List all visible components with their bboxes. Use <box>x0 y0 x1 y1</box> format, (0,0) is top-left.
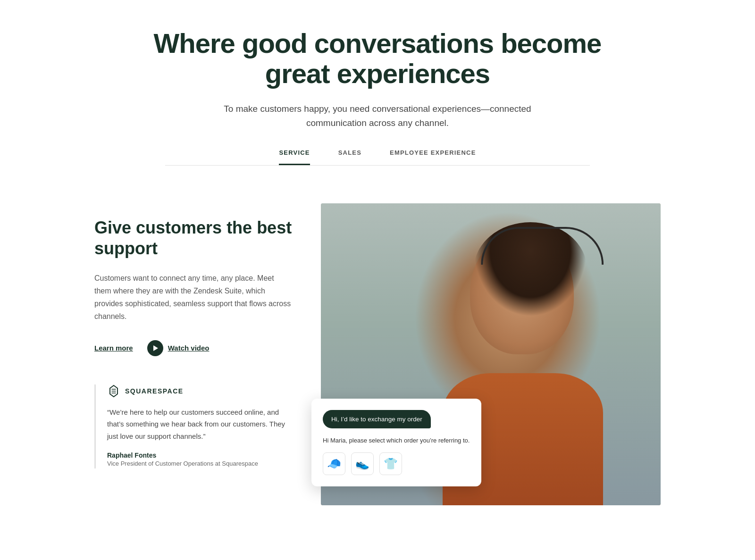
play-triangle-icon <box>153 345 158 351</box>
squarespace-logo-icon <box>107 384 120 398</box>
cta-row: Learn more Watch video <box>94 340 293 356</box>
learn-more-link[interactable]: Learn more <box>94 344 133 352</box>
testimonial-author-name: Raphael Fontes <box>107 451 293 459</box>
testimonial-quote: “We’re here to help our customers succee… <box>107 406 293 443</box>
headset-icon <box>481 227 604 265</box>
tab-sales[interactable]: SALES <box>338 149 361 165</box>
hero-section: Where good conversations become great ex… <box>0 0 755 203</box>
tab-service[interactable]: SERVICE <box>279 149 310 165</box>
chat-product-options: 🧢 👟 👕 <box>323 452 470 475</box>
main-content: Give customers the best support Customer… <box>76 203 680 505</box>
squarespace-brand-name: SQUARESPACE <box>125 387 184 395</box>
product-icon-shirt[interactable]: 👕 <box>379 452 402 475</box>
watch-video-button[interactable]: Watch video <box>147 340 210 356</box>
section-description: Customers want to connect any time, any … <box>94 272 293 323</box>
tab-employee-experience[interactable]: EMPLOYEE EXPERIENCE <box>390 149 476 165</box>
user-chat-bubble: Hi, I’d like to exchange my order <box>323 410 431 428</box>
tabs-nav: SERVICE SALES EMPLOYEE EXPERIENCE <box>165 149 590 166</box>
left-panel: Give customers the best support Customer… <box>94 203 293 468</box>
testimonial-logo-row: SQUARESPACE <box>107 384 293 398</box>
product-icon-hat[interactable]: 🧢 <box>323 452 345 475</box>
play-icon <box>147 340 163 356</box>
right-panel: Hi, I’d like to exchange my order Hi Mar… <box>321 203 661 505</box>
testimonial-author-title: Vice President of Customer Operations at… <box>107 459 293 468</box>
bot-chat-bubble: Hi Maria, please select which order you’… <box>323 436 470 445</box>
hero-title: Where good conversations become great ex… <box>151 28 604 89</box>
section-title: Give customers the best support <box>94 217 293 258</box>
hero-subtitle: To make customers happy, you need conver… <box>217 102 538 131</box>
product-icon-shoe[interactable]: 👟 <box>351 452 374 475</box>
chat-overlay: Hi, I’d like to exchange my order Hi Mar… <box>311 399 481 487</box>
testimonial-block: SQUARESPACE “We’re here to help our cust… <box>94 384 293 468</box>
